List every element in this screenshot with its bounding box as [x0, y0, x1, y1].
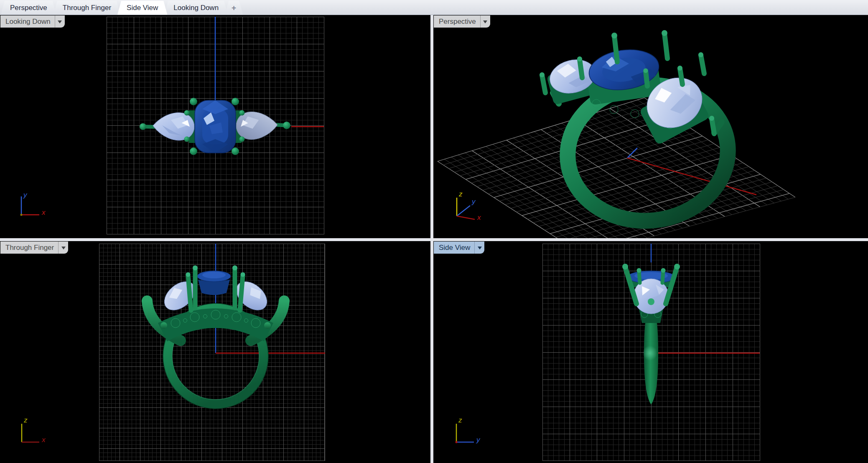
perspective-scene: z y x: [433, 15, 868, 238]
viewport-tab-bar: Perspective Through Finger Side View Loo…: [0, 0, 868, 15]
axis-label-y: y: [476, 436, 481, 444]
viewport-menu-dropdown[interactable]: [55, 15, 65, 28]
plus-icon: +: [232, 3, 236, 13]
chevron-down-icon: [483, 20, 487, 25]
axis-label-z: z: [458, 190, 463, 198]
x-axis-line: [627, 158, 756, 195]
ring-model-top-view: [140, 98, 290, 155]
axis-triad: z x: [22, 416, 46, 444]
tab-perspective[interactable]: Perspective: [1, 1, 56, 15]
tab-through-finger[interactable]: Through Finger: [53, 1, 120, 15]
viewport-title-label: Side View: [434, 242, 474, 254]
viewport-menu-dropdown[interactable]: [474, 242, 484, 254]
viewport-title-label: Perspective: [434, 15, 480, 28]
axis-label-y: y: [471, 198, 476, 206]
viewport-side-view[interactable]: z y Side View: [433, 241, 868, 463]
viewport-title-label: Through Finger: [0, 242, 58, 254]
viewport-menu-dropdown[interactable]: [480, 15, 490, 28]
tab-label: Through Finger: [63, 4, 111, 12]
tab-label: Looking Down: [173, 4, 219, 12]
through-finger-scene: z x: [0, 241, 430, 463]
axis-triad: z y x: [457, 190, 481, 221]
viewport-perspective[interactable]: z y x Perspective: [433, 15, 868, 238]
tab-looking-down[interactable]: Looking Down: [164, 1, 228, 15]
axis-label-x: x: [477, 214, 481, 221]
viewport-splitter-horizontal[interactable]: [0, 238, 868, 241]
rhino-viewport-workspace: Perspective Through Finger Side View Loo…: [0, 0, 868, 463]
viewport-title-perspective[interactable]: Perspective: [434, 15, 490, 28]
axis-label-z: z: [23, 416, 28, 424]
axis-label-x: x: [41, 209, 46, 216]
ring-model-side-view: [622, 264, 680, 404]
side-view-scene: z y: [433, 241, 868, 463]
axis-triad: z y: [456, 416, 481, 444]
new-viewport-tab-button[interactable]: +: [225, 1, 243, 15]
looking-down-scene: y x: [0, 15, 430, 238]
axis-triad: y x: [20, 191, 46, 216]
chevron-down-icon: [478, 247, 482, 252]
axis-label-y: y: [23, 191, 28, 199]
viewport-looking-down[interactable]: y x Looking Down: [0, 15, 430, 238]
viewport-title-looking-down[interactable]: Looking Down: [0, 15, 65, 28]
axis-label-x: x: [41, 436, 46, 444]
viewport-title-label: Looking Down: [0, 15, 55, 28]
viewport-menu-dropdown[interactable]: [58, 242, 68, 254]
chevron-down-icon: [61, 247, 66, 252]
axis-label-z: z: [458, 416, 462, 424]
tab-side-view[interactable]: Side View: [117, 1, 167, 15]
tab-label: Perspective: [10, 4, 47, 12]
viewport-title-through-finger[interactable]: Through Finger: [0, 242, 68, 254]
viewport-through-finger[interactable]: z x Through Finger: [0, 241, 430, 463]
chevron-down-icon: [58, 20, 62, 25]
viewport-title-side-view[interactable]: Side View: [434, 242, 484, 254]
tab-label: Side View: [127, 4, 158, 12]
